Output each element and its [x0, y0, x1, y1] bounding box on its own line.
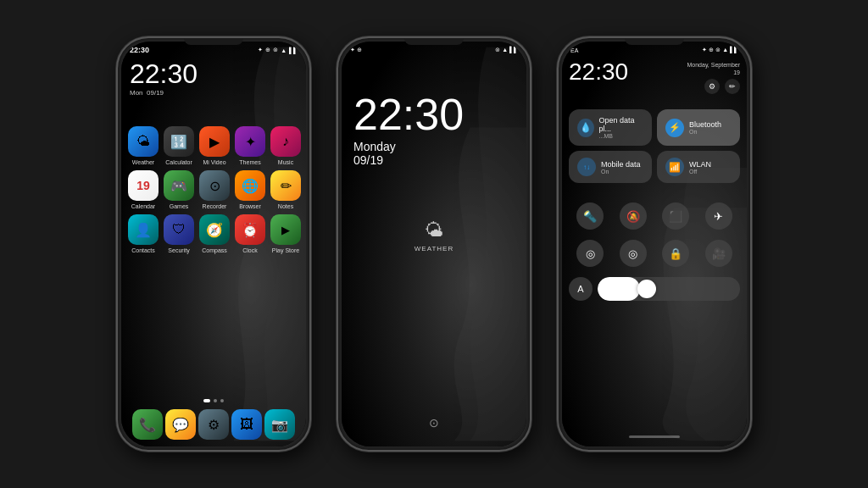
cc-screen-btn[interactable]: ⬛	[662, 202, 689, 230]
cc-mode-btn[interactable]: A	[569, 277, 593, 301]
cc-header-left: 22:30	[569, 60, 628, 84]
clock-widget-1: 22:30 Mon 09/19	[130, 60, 198, 97]
app-mivideo[interactable]: ▶ Mi Video	[199, 126, 230, 165]
cc-torch-btn[interactable]: 🔦	[576, 202, 604, 230]
dock-messages[interactable]: 💬	[165, 409, 196, 440]
app-playstore[interactable]: ▶ Play Store	[270, 214, 301, 253]
cc-actions-row2: ◎ ◎ 🔒 🎥	[569, 240, 740, 267]
home-clock: 22:30	[130, 60, 198, 87]
cc-bottom-bar	[629, 435, 680, 438]
cc-lock-btn[interactable]: 🔒	[662, 240, 689, 267]
cc-date2: 19	[733, 68, 740, 75]
app-contacts[interactable]: 👤 Contacts	[128, 214, 159, 253]
status-bar-2: ✦ ⊕ ⊚ ▲ ▌▌	[342, 42, 526, 58]
phone-3-screen: EA ✦ ⊕ ⊚ ▲ ▌▌ 22:30 Monday, September 19…	[562, 42, 747, 446]
dock-photos[interactable]: 🖼	[231, 409, 262, 440]
cc-video-btn[interactable]: 🎥	[705, 240, 732, 267]
lock-date: 09/19	[353, 153, 526, 167]
lock-weather: 🌤 WEATHER	[342, 219, 526, 252]
status-icons-left-2: ✦ ⊕	[350, 47, 362, 53]
app-notes[interactable]: ✏ Notes	[270, 170, 301, 209]
cc-airplane-btn[interactable]: ✈	[705, 202, 732, 230]
phone-2-screen: ✦ ⊕ ⊚ ▲ ▌▌ 22:30 Monday 09/19 🌤 WEATHER …	[342, 42, 526, 446]
dock: 📞 💬 ⚙ 🖼 📷	[121, 409, 306, 440]
cc-brightness-slider[interactable]	[598, 277, 740, 301]
status-icons-left-3: EA	[570, 47, 578, 53]
cc-header-right-container: Monday, September 19 ⚙ ✏	[687, 60, 740, 94]
mobile-data-icon: ↑↓	[577, 158, 596, 176]
cc-tile-mobile[interactable]: ↑↓ Mobile data On	[569, 151, 652, 183]
cc-slider-thumb	[637, 280, 656, 298]
dock-settings[interactable]: ⚙	[198, 409, 229, 440]
cc-tile-bluetooth[interactable]: ⚡ Bluetooth On	[657, 109, 740, 146]
cc-actions-row1: 🔦 🔕 ⬛ ✈	[569, 202, 740, 230]
status-bar-3: EA ✦ ⊕ ⊚ ▲ ▌▌	[562, 42, 747, 58]
app-themes[interactable]: ✦ Themes	[235, 126, 265, 165]
status-bar-1: 22:30 ✦ ⊕ ⊚ ▲ ▌▌	[121, 42, 306, 58]
cc-location-btn[interactable]: ◎	[620, 240, 647, 267]
status-time-1: 22:30	[130, 46, 149, 54]
bluetooth-icon: ⚡	[665, 119, 684, 137]
app-recorder[interactable]: ⊙ Recorder	[199, 170, 230, 209]
phone-1: 22:30 ✦ ⊕ ⊚ ▲ ▌▌ 22:30 Mon 09/19 🌤 Weath…	[116, 36, 311, 452]
home-date: Mon 09/19	[130, 89, 198, 97]
app-games[interactable]: 🎮 Games	[164, 170, 194, 209]
cc-tile-bluetooth-info: Bluetooth On	[689, 120, 721, 135]
app-compass[interactable]: 🧭 Compass	[199, 214, 230, 253]
cc-tile-wlan[interactable]: 📶 WLAN Off	[657, 151, 740, 183]
status-icons-right-3: ✦ ⊕ ⊚ ▲ ▌▌	[702, 47, 738, 53]
lock-camera-icon[interactable]: ⊙	[429, 416, 439, 430]
dock-camera[interactable]: 📷	[264, 409, 295, 440]
app-calculator[interactable]: 🔢 Calculator	[164, 126, 194, 165]
app-browser[interactable]: 🌐 Browser	[235, 170, 265, 209]
cc-eye-btn[interactable]: ◎	[576, 240, 604, 267]
app-weather[interactable]: 🌤 Weather	[128, 126, 159, 165]
cc-header: 22:30 Monday, September 19 ⚙ ✏	[569, 60, 740, 94]
page-dots	[121, 399, 306, 402]
cc-tile-wlan-info: WLAN Off	[689, 160, 711, 175]
status-icons-right-2: ⊚ ▲ ▌▌	[495, 47, 518, 53]
phone-3: EA ✦ ⊕ ⊚ ▲ ▌▌ 22:30 Monday, September 19…	[557, 36, 752, 452]
data-icon: 💧	[577, 119, 594, 137]
dock-phone[interactable]: 📞	[132, 409, 163, 440]
app-clock[interactable]: ⏰ Clock	[235, 214, 265, 253]
cc-tile-data-info: Open data pl... ...MB	[599, 116, 643, 139]
apps-grid: 🌤 Weather 🔢 Calculator ▶ Mi Video ✦ Them…	[121, 126, 306, 253]
lock-day: Monday	[353, 140, 526, 153]
lock-time: 22:30	[353, 92, 526, 136]
cc-tile-mobile-info: Mobile data On	[601, 160, 641, 175]
cc-header-icons: ⚙ ✏	[704, 79, 740, 94]
cc-tile-data[interactable]: 💧 Open data pl... ...MB	[569, 109, 652, 146]
cc-slider-fill	[598, 277, 640, 301]
cc-date-info: Monday, September	[687, 60, 740, 68]
app-calendar[interactable]: 19 Calendar	[128, 170, 159, 209]
status-icons-1: ✦ ⊕ ⊚ ▲ ▌▌	[258, 47, 298, 53]
app-security[interactable]: 🛡 Security	[164, 214, 194, 253]
lock-clock: 22:30 Monday 09/19	[342, 92, 526, 167]
cc-brightness-row: A	[569, 277, 740, 301]
cc-settings-icon[interactable]: ⚙	[704, 79, 720, 94]
app-music[interactable]: ♪ Music	[270, 126, 301, 165]
cc-edit-icon[interactable]: ✏	[725, 79, 740, 94]
cc-silent-btn[interactable]: 🔕	[620, 202, 647, 230]
cc-tiles: 💧 Open data pl... ...MB ⚡ Bluetooth On ↑…	[569, 109, 740, 183]
phone-2: ✦ ⊕ ⊚ ▲ ▌▌ 22:30 Monday 09/19 🌤 WEATHER …	[337, 36, 531, 452]
phone-1-screen: 22:30 ✦ ⊕ ⊚ ▲ ▌▌ 22:30 Mon 09/19 🌤 Weath…	[121, 42, 306, 446]
cc-time: 22:30	[569, 60, 628, 84]
wlan-icon: 📶	[665, 158, 684, 176]
